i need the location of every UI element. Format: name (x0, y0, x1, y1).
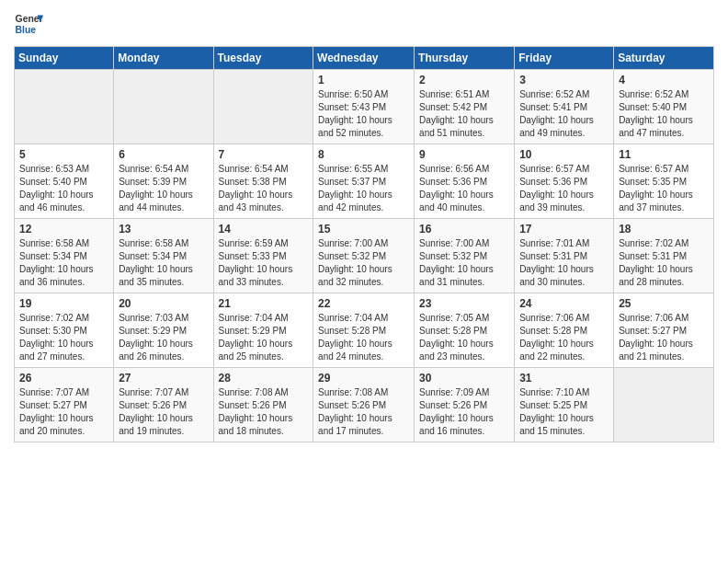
calendar-cell: 24Sunrise: 7:06 AM Sunset: 5:28 PM Dayli… (515, 293, 614, 368)
calendar-body: 1Sunrise: 6:50 AM Sunset: 5:43 PM Daylig… (15, 70, 714, 442)
day-info: Sunrise: 6:55 AM Sunset: 5:37 PM Dayligh… (318, 163, 409, 214)
calendar-cell: 23Sunrise: 7:05 AM Sunset: 5:28 PM Dayli… (415, 293, 515, 368)
day-number: 12 (19, 223, 108, 236)
day-info: Sunrise: 6:53 AM Sunset: 5:40 PM Dayligh… (19, 163, 108, 214)
calendar-cell: 17Sunrise: 7:01 AM Sunset: 5:31 PM Dayli… (515, 219, 614, 293)
week-row-3: 12Sunrise: 6:58 AM Sunset: 5:34 PM Dayli… (15, 219, 714, 293)
day-number: 3 (519, 74, 609, 86)
calendar-cell: 5Sunrise: 6:53 AM Sunset: 5:40 PM Daylig… (15, 144, 114, 219)
day-info: Sunrise: 7:06 AM Sunset: 5:28 PM Dayligh… (519, 312, 609, 363)
day-number: 31 (519, 372, 609, 385)
day-number: 9 (419, 148, 509, 161)
calendar-cell: 28Sunrise: 7:08 AM Sunset: 5:26 PM Dayli… (213, 368, 313, 442)
day-number: 22 (318, 297, 409, 310)
day-header-thursday: Thursday (415, 47, 515, 70)
day-info: Sunrise: 7:03 AM Sunset: 5:29 PM Dayligh… (119, 312, 208, 363)
week-row-5: 26Sunrise: 7:07 AM Sunset: 5:27 PM Dayli… (15, 368, 714, 442)
day-number: 2 (419, 74, 509, 86)
day-number: 23 (419, 297, 509, 310)
day-info: Sunrise: 7:09 AM Sunset: 5:26 PM Dayligh… (419, 386, 509, 438)
day-number: 6 (119, 148, 208, 161)
calendar-cell: 7Sunrise: 6:54 AM Sunset: 5:38 PM Daylig… (213, 144, 313, 219)
day-info: Sunrise: 7:07 AM Sunset: 5:26 PM Dayligh… (119, 386, 208, 438)
calendar-cell (114, 70, 213, 144)
day-number: 16 (419, 223, 509, 236)
day-number: 21 (219, 297, 309, 310)
calendar-cell: 11Sunrise: 6:57 AM Sunset: 5:35 PM Dayli… (614, 144, 714, 219)
day-header-friday: Friday (515, 47, 614, 70)
day-info: Sunrise: 7:02 AM Sunset: 5:30 PM Dayligh… (19, 312, 108, 363)
day-number: 15 (318, 223, 409, 236)
day-info: Sunrise: 7:01 AM Sunset: 5:31 PM Dayligh… (519, 237, 609, 289)
week-row-4: 19Sunrise: 7:02 AM Sunset: 5:30 PM Dayli… (15, 293, 714, 368)
day-info: Sunrise: 7:08 AM Sunset: 5:26 PM Dayligh… (318, 386, 409, 438)
day-info: Sunrise: 6:52 AM Sunset: 5:41 PM Dayligh… (519, 88, 609, 140)
calendar-cell: 10Sunrise: 6:57 AM Sunset: 5:36 PM Dayli… (515, 144, 614, 219)
day-info: Sunrise: 7:02 AM Sunset: 5:31 PM Dayligh… (619, 237, 709, 289)
calendar-cell: 16Sunrise: 7:00 AM Sunset: 5:32 PM Dayli… (415, 219, 515, 293)
day-info: Sunrise: 7:06 AM Sunset: 5:27 PM Dayligh… (619, 312, 709, 363)
calendar-cell: 9Sunrise: 6:56 AM Sunset: 5:36 PM Daylig… (415, 144, 515, 219)
day-info: Sunrise: 6:54 AM Sunset: 5:38 PM Dayligh… (219, 163, 309, 214)
svg-text:Blue: Blue (16, 25, 37, 35)
day-number: 1 (318, 74, 409, 86)
calendar-cell: 19Sunrise: 7:02 AM Sunset: 5:30 PM Dayli… (15, 293, 114, 368)
day-info: Sunrise: 6:52 AM Sunset: 5:40 PM Dayligh… (619, 88, 709, 140)
day-number: 13 (119, 223, 208, 236)
day-info: Sunrise: 7:10 AM Sunset: 5:25 PM Dayligh… (519, 386, 609, 438)
header: General Blue (14, 9, 714, 39)
day-number: 24 (519, 297, 609, 310)
day-number: 30 (419, 372, 509, 385)
calendar-cell: 8Sunrise: 6:55 AM Sunset: 5:37 PM Daylig… (313, 144, 415, 219)
calendar-cell: 18Sunrise: 7:02 AM Sunset: 5:31 PM Dayli… (614, 219, 714, 293)
calendar-cell: 3Sunrise: 6:52 AM Sunset: 5:41 PM Daylig… (515, 70, 614, 144)
day-info: Sunrise: 6:57 AM Sunset: 5:35 PM Dayligh… (619, 163, 709, 214)
calendar-cell: 15Sunrise: 7:00 AM Sunset: 5:32 PM Dayli… (313, 219, 415, 293)
calendar-cell: 22Sunrise: 7:04 AM Sunset: 5:28 PM Dayli… (313, 293, 415, 368)
calendar-cell: 31Sunrise: 7:10 AM Sunset: 5:25 PM Dayli… (515, 368, 614, 442)
day-header-wednesday: Wednesday (313, 47, 415, 70)
day-number: 20 (119, 297, 208, 310)
calendar-cell: 25Sunrise: 7:06 AM Sunset: 5:27 PM Dayli… (614, 293, 714, 368)
calendar-cell (614, 368, 714, 442)
calendar-cell: 29Sunrise: 7:08 AM Sunset: 5:26 PM Dayli… (313, 368, 415, 442)
day-number: 29 (318, 372, 409, 385)
day-info: Sunrise: 6:50 AM Sunset: 5:43 PM Dayligh… (318, 88, 409, 140)
day-header-tuesday: Tuesday (213, 47, 313, 70)
week-row-2: 5Sunrise: 6:53 AM Sunset: 5:40 PM Daylig… (15, 144, 714, 219)
day-info: Sunrise: 7:08 AM Sunset: 5:26 PM Dayligh… (219, 386, 309, 438)
day-info: Sunrise: 6:59 AM Sunset: 5:33 PM Dayligh… (219, 237, 309, 289)
day-number: 26 (19, 372, 108, 385)
day-info: Sunrise: 6:56 AM Sunset: 5:36 PM Dayligh… (419, 163, 509, 214)
day-info: Sunrise: 6:57 AM Sunset: 5:36 PM Dayligh… (519, 163, 609, 214)
calendar-cell: 27Sunrise: 7:07 AM Sunset: 5:26 PM Dayli… (114, 368, 213, 442)
calendar-cell: 14Sunrise: 6:59 AM Sunset: 5:33 PM Dayli… (213, 219, 313, 293)
day-info: Sunrise: 6:51 AM Sunset: 5:42 PM Dayligh… (419, 88, 509, 140)
calendar-cell (15, 70, 114, 144)
day-number: 10 (519, 148, 609, 161)
day-info: Sunrise: 6:54 AM Sunset: 5:39 PM Dayligh… (119, 163, 208, 214)
day-number: 7 (219, 148, 309, 161)
day-number: 11 (619, 148, 709, 161)
calendar-cell (213, 70, 313, 144)
day-info: Sunrise: 7:04 AM Sunset: 5:29 PM Dayligh… (219, 312, 309, 363)
day-number: 28 (219, 372, 309, 385)
day-number: 27 (119, 372, 208, 385)
day-number: 17 (519, 223, 609, 236)
calendar-cell: 30Sunrise: 7:09 AM Sunset: 5:26 PM Dayli… (415, 368, 515, 442)
calendar-cell: 21Sunrise: 7:04 AM Sunset: 5:29 PM Dayli… (213, 293, 313, 368)
day-number: 5 (19, 148, 108, 161)
calendar-cell: 26Sunrise: 7:07 AM Sunset: 5:27 PM Dayli… (15, 368, 114, 442)
day-info: Sunrise: 6:58 AM Sunset: 5:34 PM Dayligh… (19, 237, 108, 289)
calendar-cell: 20Sunrise: 7:03 AM Sunset: 5:29 PM Dayli… (114, 293, 213, 368)
day-header-sunday: Sunday (15, 47, 114, 70)
calendar-header-row: SundayMondayTuesdayWednesdayThursdayFrid… (15, 47, 714, 70)
week-row-1: 1Sunrise: 6:50 AM Sunset: 5:43 PM Daylig… (15, 70, 714, 144)
calendar-cell: 12Sunrise: 6:58 AM Sunset: 5:34 PM Dayli… (15, 219, 114, 293)
calendar-cell: 1Sunrise: 6:50 AM Sunset: 5:43 PM Daylig… (313, 70, 415, 144)
day-number: 18 (619, 223, 709, 236)
day-number: 14 (219, 223, 309, 236)
day-number: 4 (619, 74, 709, 86)
calendar-cell: 4Sunrise: 6:52 AM Sunset: 5:40 PM Daylig… (614, 70, 714, 144)
logo: General Blue (14, 9, 47, 39)
